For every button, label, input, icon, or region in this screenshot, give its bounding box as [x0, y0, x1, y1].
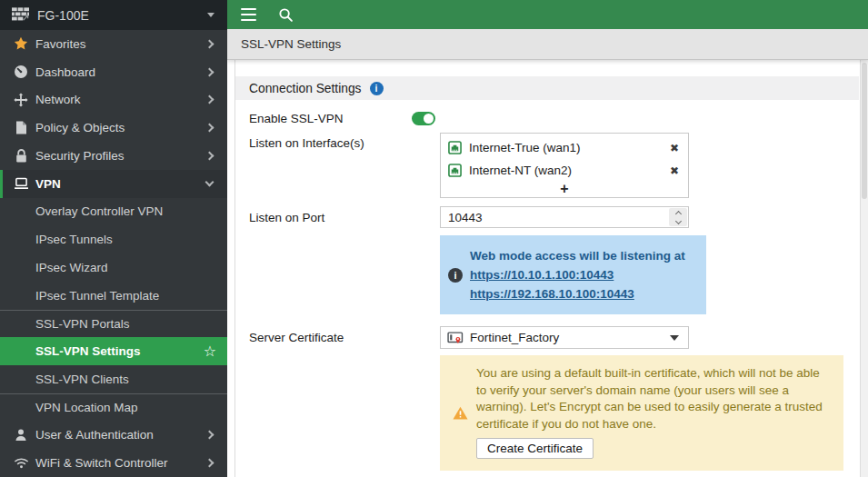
remove-interface-icon[interactable]: ✖ — [670, 142, 679, 154]
listen-port-row: Listen on Port — [235, 206, 859, 228]
sidebar-item-sslvpn-portals[interactable]: SSL-VPN Portals — [0, 310, 227, 338]
server-certificate-select[interactable]: Fortinet_Factory — [440, 326, 689, 349]
sidebar-item-ipsec-wizard[interactable]: IPsec Wizard — [0, 253, 227, 282]
toggle-knob — [424, 114, 434, 124]
section-header-connection-settings: Connection Settings i — [235, 76, 859, 100]
chevron-right-icon — [205, 67, 215, 76]
interface-name: Internet-NT (wan2) — [469, 164, 572, 177]
enable-sslvpn-row: Enable SSL-VPN — [235, 109, 859, 127]
chevron-right-icon — [205, 95, 215, 104]
sidebar-item-favorites[interactable]: Favorites — [0, 30, 227, 58]
device-name: FG-100E — [37, 8, 89, 23]
sidebar-item-ipsec-tunnel-template[interactable]: IPsec Tunnel Template — [0, 282, 227, 310]
scrollbar[interactable] — [860, 60, 868, 477]
ethernet-port-icon — [448, 141, 462, 154]
listen-url-link[interactable]: https://10.10.1.100:10443 — [470, 265, 685, 284]
sidebar-item-sslvpn-settings[interactable]: SSL-VPN Settings ☆ — [0, 337, 227, 365]
sidebar-item-ipsec-tunnels[interactable]: IPsec Tunnels — [0, 225, 227, 253]
sidebar-item-policy-objects[interactable]: Policy & Objects — [0, 114, 227, 142]
page-title: SSL-VPN Settings — [241, 37, 341, 51]
sidebar-item-label: Network — [35, 93, 81, 106]
sidebar-item-label: Security Profiles — [35, 149, 125, 163]
certificate-value: Fortinet_Factory — [470, 331, 559, 344]
info-icon: i — [448, 268, 463, 283]
lock-icon — [12, 149, 30, 163]
listen-url-link[interactable]: https://192.168.10.100:10443 — [470, 284, 685, 303]
ethernet-port-icon — [448, 164, 462, 177]
breadcrumb: SSL-VPN Settings — [227, 29, 868, 60]
listen-port-input[interactable] — [440, 206, 689, 228]
sidebar-item-label: Policy & Objects — [35, 121, 125, 134]
chevron-right-icon — [205, 459, 215, 468]
scrollbar-thumb[interactable] — [862, 63, 867, 199]
port-stepper[interactable] — [669, 208, 687, 226]
enable-sslvpn-toggle[interactable] — [412, 112, 435, 125]
wifi-icon — [12, 457, 30, 469]
create-certificate-button[interactable]: Create Certificate — [476, 438, 594, 459]
user-icon — [12, 428, 30, 442]
certificate-icon — [447, 332, 464, 344]
search-icon[interactable] — [278, 7, 294, 23]
listen-port-label: Listen on Port — [249, 211, 440, 224]
sidebar-item-label: IPsec Tunnels — [35, 233, 113, 246]
listen-interfaces-label: Listen on Interface(s) — [249, 136, 440, 150]
interface-entry: Internet-True (wan1) ✖ — [441, 136, 688, 159]
favorite-star-icon[interactable]: ☆ — [204, 344, 216, 359]
sidebar-item-dashboard[interactable]: Dashboard — [0, 58, 227, 86]
interface-entry: Internet-NT (wan2) ✖ — [441, 159, 688, 182]
listen-interfaces-row: Listen on Interface(s) Internet-True (wa… — [235, 133, 859, 198]
sidebar-item-network[interactable]: Network — [0, 86, 227, 114]
sidebar-item-label: VPN Location Map — [35, 401, 138, 414]
sidebar-item-label: SSL-VPN Portals — [35, 317, 130, 331]
laptop-icon — [12, 177, 30, 190]
chevron-right-icon — [205, 124, 215, 133]
chevron-right-icon — [205, 431, 215, 440]
sidebar-item-label: WiFi & Switch Controller — [35, 456, 168, 470]
enable-sslvpn-label: Enable SSL-VPN — [249, 112, 412, 125]
stepper-down-icon[interactable] — [674, 217, 681, 224]
add-interface-button[interactable]: + — [441, 182, 688, 195]
chevron-right-icon — [205, 151, 215, 160]
warning-text: You are using a default built-in certifi… — [476, 366, 823, 431]
sidebar-item-security-profiles[interactable]: Security Profiles — [0, 142, 227, 170]
settings-panel: Connection Settings i Enable SSL-VPN Lis… — [234, 60, 859, 477]
warning-triangle-icon — [453, 406, 468, 423]
sidebar-item-label: IPsec Wizard — [35, 261, 108, 274]
remove-interface-icon[interactable]: ✖ — [670, 164, 679, 177]
server-certificate-row: Server Certificate Fortinet_Factory — [235, 326, 859, 349]
sidebar: FG-100E Favorites Dashboard Network Poli… — [0, 0, 227, 477]
sidebar-item-label: Dashboard — [35, 65, 95, 79]
star-icon — [12, 36, 30, 51]
move-arrows-icon — [12, 93, 30, 107]
sidebar-nav: Favorites Dashboard Network Policy & Obj… — [0, 30, 227, 477]
chevron-down-icon — [205, 178, 215, 187]
content-area: Connection Settings i Enable SSL-VPN Lis… — [227, 60, 868, 477]
sidebar-item-vpn-location-map[interactable]: VPN Location Map — [0, 393, 227, 422]
certificate-warning-box: You are using a default built-in certifi… — [440, 355, 843, 471]
device-selector[interactable]: FG-100E — [0, 0, 227, 30]
stepper-up-icon[interactable] — [674, 210, 681, 216]
sidebar-item-label: Favorites — [35, 37, 86, 51]
chevron-down-icon — [207, 13, 215, 17]
chevron-right-icon — [205, 39, 215, 48]
firewall-icon — [12, 7, 29, 24]
server-certificate-label: Server Certificate — [249, 331, 440, 344]
sidebar-item-overlay-controller-vpn[interactable]: Overlay Controller VPN — [0, 198, 227, 226]
top-bar — [227, 0, 868, 29]
menu-hamburger-icon[interactable] — [241, 8, 256, 22]
sidebar-item-label: User & Authentication — [35, 428, 154, 442]
sidebar-item-user-authentication[interactable]: User & Authentication — [0, 422, 227, 450]
chevron-down-icon — [670, 335, 679, 341]
web-mode-info-box: i Web mode access will be listening at h… — [440, 235, 706, 314]
info-icon[interactable]: i — [370, 82, 384, 95]
sidebar-item-label: VPN — [35, 177, 61, 191]
sidebar-item-vpn[interactable]: VPN — [0, 170, 227, 198]
interface-name: Internet-True (wan1) — [469, 141, 581, 154]
sidebar-item-label: Overlay Controller VPN — [35, 204, 163, 218]
sidebar-item-sslvpn-clients[interactable]: SSL-VPN Clients — [0, 365, 227, 393]
document-icon — [12, 121, 30, 134]
sidebar-item-wifi-switch-controller[interactable]: WiFi & Switch Controller — [0, 449, 227, 477]
sidebar-item-label: SSL-VPN Settings — [35, 344, 141, 358]
sidebar-item-label: IPsec Tunnel Template — [35, 289, 159, 303]
sidebar-item-label: SSL-VPN Clients — [35, 373, 129, 386]
